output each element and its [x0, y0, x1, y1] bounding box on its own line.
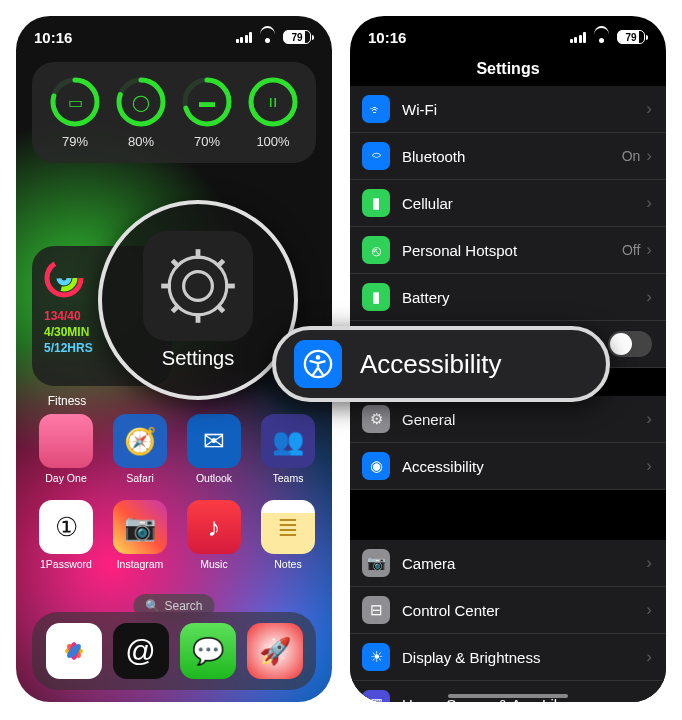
cellular-signal-icon [570, 32, 587, 43]
1password-app[interactable]: ① 1Password [32, 500, 100, 570]
search-label: Search [164, 599, 202, 613]
battery-item-phone: ▭ 79% [49, 76, 101, 149]
app-label: 1Password [40, 558, 92, 570]
wifi-icon: ᯤ [362, 95, 390, 123]
svg-point-9 [53, 267, 75, 289]
teams-app[interactable]: 👥 Teams [254, 414, 322, 484]
chevron-icon: › [646, 456, 652, 476]
app-label: Safari [126, 472, 153, 484]
teams-icon: 👥 [261, 414, 315, 468]
page-title: Settings [350, 52, 666, 86]
row-label: General [402, 411, 646, 428]
row-label: Bluetooth [402, 148, 622, 165]
phone-icon: ▭ [49, 76, 101, 128]
settings-row-wifi[interactable]: ᯤ Wi-Fi › [350, 86, 666, 133]
1password-icon: ① [39, 500, 93, 554]
battery-item-airpods: ıı 100% [247, 76, 299, 149]
row-label: Battery [402, 289, 646, 306]
home-icon: ▦ [362, 690, 390, 702]
settings-row-gen[interactable]: ⚙︎ General › [350, 396, 666, 443]
dayone-icon [39, 414, 93, 468]
svg-line-21 [172, 260, 178, 266]
music-app[interactable]: ♪ Music [180, 500, 248, 570]
disp-icon: ☀︎ [362, 643, 390, 671]
row-label: Cellular [402, 195, 646, 212]
instagram-icon: 📷 [113, 500, 167, 554]
accessibility-label: Accessibility [360, 349, 502, 380]
cellular-signal-icon [236, 32, 253, 43]
battery-pct: 70% [194, 134, 220, 149]
gen-icon: ⚙︎ [362, 405, 390, 433]
chevron-icon: › [646, 694, 652, 702]
battery-indicator: 79 [617, 30, 648, 44]
bt-icon: ⌔ [362, 142, 390, 170]
battery-item-case: ▬ 70% [181, 76, 233, 149]
chevron-icon: › [646, 553, 652, 573]
row-label: Accessibility [402, 458, 646, 475]
airpods-icon: ıı [247, 76, 299, 128]
threads-app[interactable]: @ [113, 623, 169, 679]
status-time: 10:16 [368, 29, 406, 46]
wifi-icon [594, 31, 609, 43]
chevron-icon: › [646, 146, 652, 166]
settings-row-home[interactable]: ▦ Home Screen & App Library › [350, 681, 666, 702]
svg-point-10 [59, 273, 69, 283]
batteries-widget[interactable]: ▭ 79% ◯ 80% ▬ 70% ıı 100% [32, 62, 316, 163]
row-label: Control Center [402, 602, 646, 619]
photos-app[interactable] [46, 623, 102, 679]
cc-icon: ⊟ [362, 596, 390, 624]
chevron-icon: › [646, 409, 652, 429]
app-label: Outlook [196, 472, 232, 484]
row-value: Off [622, 242, 640, 258]
battery-pct: 80% [128, 134, 154, 149]
search-icon: 🔍 [145, 599, 160, 613]
settings-row-disp[interactable]: ☀︎ Display & Brightness › [350, 634, 666, 681]
settings-row-hotspot[interactable]: ⎋ Personal Hotspot Off› [350, 227, 666, 274]
cell-icon: ▮ [362, 189, 390, 217]
instagram-app[interactable]: 📷 Instagram [106, 500, 174, 570]
chevron-icon: › [646, 287, 652, 307]
settings-row-bt[interactable]: ⌔ Bluetooth On› [350, 133, 666, 180]
settings-row-cc[interactable]: ⊟ Control Center › [350, 587, 666, 634]
dayone-app[interactable]: Day One [32, 414, 100, 484]
settings-row-batt[interactable]: ▮ Battery › [350, 274, 666, 321]
row-label: Wi-Fi [402, 101, 646, 118]
chevron-icon: › [646, 240, 652, 260]
messages-app[interactable]: 💬 [180, 623, 236, 679]
battery-pct: 79% [62, 134, 88, 149]
app-label: Notes [274, 558, 301, 570]
hotspot-icon: ⎋ [362, 236, 390, 264]
safari-icon: 🧭 [113, 414, 167, 468]
chevron-icon: › [646, 99, 652, 119]
home-indicator[interactable] [448, 694, 568, 698]
svg-line-23 [217, 260, 223, 266]
safari-app[interactable]: 🧭 Safari [106, 414, 174, 484]
cam-icon: 📷 [362, 549, 390, 577]
chevron-icon: › [646, 647, 652, 667]
accessibility-icon [294, 340, 342, 388]
settings-row-cell[interactable]: ▮ Cellular › [350, 180, 666, 227]
access-icon: ◉ [362, 452, 390, 480]
battery-pct: 100% [256, 134, 289, 149]
app-label: Day One [45, 472, 86, 484]
app-label: Teams [273, 472, 304, 484]
music-icon: ♪ [187, 500, 241, 554]
svg-line-24 [172, 305, 178, 311]
svg-line-22 [217, 305, 223, 311]
notes-app[interactable]: ≣ Notes [254, 500, 322, 570]
launch-center-app[interactable]: 🚀 [247, 623, 303, 679]
toggle[interactable] [608, 331, 652, 357]
row-label: Display & Brightness [402, 649, 646, 666]
case-icon: ▬ [181, 76, 233, 128]
svg-point-26 [316, 355, 321, 360]
outlook-app[interactable]: ✉︎ Outlook [180, 414, 248, 484]
outlook-icon: ✉︎ [187, 414, 241, 468]
callout-accessibility-row[interactable]: Accessibility [272, 326, 610, 402]
settings-app-icon [143, 231, 253, 341]
status-time: 10:16 [34, 29, 72, 46]
settings-row-access[interactable]: ◉ Accessibility › [350, 443, 666, 490]
batt-icon: ▮ [362, 283, 390, 311]
settings-row-cam[interactable]: 📷 Camera › [350, 540, 666, 587]
callout-settings-app[interactable]: Settings [98, 200, 298, 400]
status-bar: 10:16 79 [16, 16, 332, 52]
